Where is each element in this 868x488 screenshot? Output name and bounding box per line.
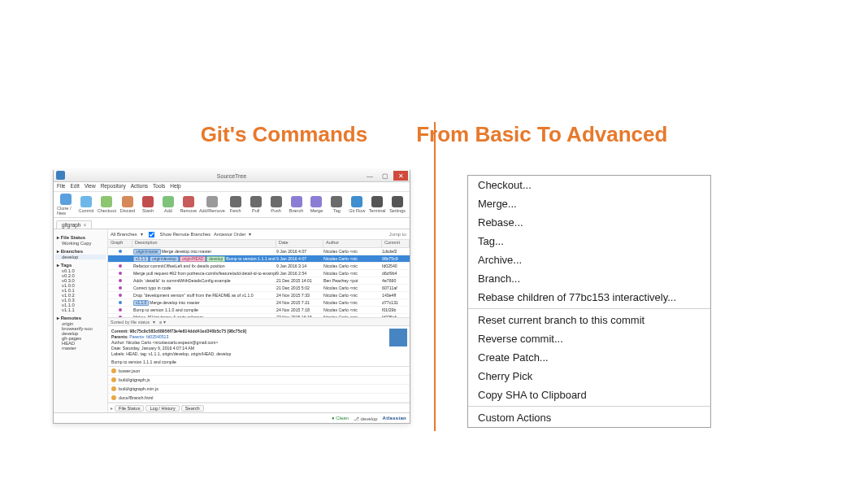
ctx-cherry-pick[interactable]: Cherry Pick bbox=[468, 367, 710, 386]
toolbar-stash[interactable]: Stash bbox=[139, 196, 157, 213]
commit-context-menu: Checkout...Merge...Rebase...Tag...Archiv… bbox=[467, 175, 711, 428]
order-dropdown[interactable]: Ancestor Order bbox=[214, 232, 245, 237]
changed-file-row[interactable]: build/gitgraph.min.js bbox=[108, 385, 410, 394]
menu-file[interactable]: File bbox=[57, 183, 65, 191]
col-description[interactable]: Description bbox=[132, 240, 276, 247]
col-date[interactable]: Date bbox=[276, 240, 323, 247]
ctx-custom-actions[interactable]: Custom Actions bbox=[468, 408, 710, 427]
toolbar-discard[interactable]: Discard bbox=[119, 196, 137, 213]
ref-tag[interactable]: origin/develop bbox=[150, 256, 179, 262]
sidebar-item-v1-1-1[interactable]: v1.1.1 bbox=[55, 307, 106, 312]
repo-tab[interactable]: gitgraph × bbox=[56, 220, 92, 229]
toolbar-push[interactable]: Push bbox=[267, 196, 285, 213]
window-close-button[interactable]: ✕ bbox=[393, 171, 408, 181]
ctx-tag[interactable]: Tag... bbox=[468, 232, 710, 251]
commit-row[interactable]: Correct typo in code21 Dec 2015 5:02Nico… bbox=[108, 285, 410, 292]
menu-actions[interactable]: Actions bbox=[131, 183, 148, 191]
ref-tag[interactable]: develop bbox=[206, 256, 225, 262]
ctx-reset-current-branch-to-this-commit[interactable]: Reset current branch to this commit bbox=[468, 311, 710, 329]
toolbar-label: Branch bbox=[289, 208, 303, 213]
commit-date: 21 Dec 2015 5:02 bbox=[276, 285, 323, 290]
graph-node bbox=[119, 279, 122, 282]
commit-description: Merge pull request #92 from pothesca-cor… bbox=[133, 271, 276, 276]
ctx-copy-sha-to-clipboard[interactable]: Copy SHA to Clipboard bbox=[468, 386, 710, 404]
commit-author: Nicolas Carlo <nic bbox=[323, 271, 382, 276]
ctx-archive[interactable]: Archive... bbox=[468, 251, 710, 269]
menu-edit[interactable]: Edit bbox=[70, 183, 79, 191]
sidebar-item-working-copy[interactable]: Working Copy bbox=[55, 241, 106, 246]
commit-row[interactable]: Merge pull request #92 from pothesca-cor… bbox=[108, 270, 410, 277]
toolbar-merge[interactable]: Merge bbox=[307, 196, 325, 213]
sidebar-group-file-status[interactable]: ▸ File Status bbox=[57, 234, 106, 240]
commit-date: 24 Nov 2015 7:18 bbox=[276, 307, 323, 312]
toolbar-branch[interactable]: Branch bbox=[288, 196, 306, 213]
sidebar-group-remotes[interactable]: ▸ Remotes bbox=[57, 315, 106, 320]
toolbar-label: Checkout bbox=[98, 208, 116, 213]
commit-row[interactable]: v1.1.0Merge develop into master24 Nov 20… bbox=[108, 299, 410, 307]
changed-file-row[interactable]: bower.json bbox=[108, 367, 410, 376]
vertical-divider bbox=[434, 122, 436, 431]
ctx-checkout[interactable]: Checkout... bbox=[468, 176, 710, 194]
toolbar-tag[interactable]: Tag bbox=[328, 196, 345, 213]
clone-new-icon bbox=[60, 194, 72, 205]
ctx-reverse-commit[interactable]: Reverse commit... bbox=[468, 329, 710, 348]
commit-author: Nicolas Carlo <nic bbox=[323, 300, 382, 305]
toolbar-checkout[interactable]: Checkout bbox=[98, 196, 116, 213]
commit-row[interactable]: Bump to version 1.1.0 and compile24 Nov … bbox=[108, 307, 410, 314]
toolbar-clone-new[interactable]: Clone / New bbox=[57, 194, 75, 216]
ref-tag[interactable]: origin/master bbox=[133, 249, 161, 255]
menu-help[interactable]: Help bbox=[170, 183, 180, 191]
ref-tag[interactable]: origin/HEAD bbox=[180, 256, 206, 262]
changed-file-row[interactable]: docs/Branch.html bbox=[108, 394, 410, 403]
toolbar-label: Fetch bbox=[230, 208, 241, 213]
window-minimize-button[interactable]: — bbox=[362, 171, 377, 181]
commit-row[interactable]: Adds `detailId` to commitWithDetailsConf… bbox=[108, 277, 410, 285]
col-commit[interactable]: Commit bbox=[382, 240, 410, 247]
toolbar-commit[interactable]: Commit bbox=[77, 196, 95, 213]
toolbar-remove[interactable]: Remove bbox=[180, 196, 197, 213]
menu-view[interactable]: View bbox=[85, 183, 96, 191]
detail-parents[interactable]: Parents: fd02540513 bbox=[129, 334, 168, 339]
commit-row[interactable]: Drop "development version" stuff from th… bbox=[108, 292, 410, 299]
toolbar-pull[interactable]: Pull bbox=[247, 196, 265, 213]
bottom-tab-search[interactable]: Search bbox=[181, 405, 204, 412]
commit-row[interactable]: Refactor commitOffsetLeft and fix detail… bbox=[108, 263, 410, 270]
fetch-icon bbox=[230, 196, 241, 207]
window-maximize-button[interactable]: ▢ bbox=[378, 171, 393, 181]
commit-author: Nicolas Carlo <nic bbox=[323, 293, 382, 298]
toolbar-git-flow[interactable]: Git Flow bbox=[348, 196, 366, 213]
toolbar-label: Merge bbox=[310, 208, 323, 213]
bottom-tab-log-history[interactable]: Log / History bbox=[145, 405, 179, 412]
tab-close-icon[interactable]: × bbox=[84, 222, 87, 228]
changed-file-row[interactable]: build/gitgraph.js bbox=[108, 376, 410, 385]
commit-row[interactable]: v1.1.1origin/developorigin/HEADdevelopBu… bbox=[108, 255, 410, 263]
toolbar-settings[interactable]: Settings bbox=[388, 196, 406, 213]
toolbar-add[interactable]: Add bbox=[159, 196, 177, 213]
sidebar-item-develop[interactable]: develop bbox=[55, 255, 106, 259]
menu-tools[interactable]: Tools bbox=[153, 183, 165, 191]
bottom-tab-file-status[interactable]: File Status bbox=[115, 405, 144, 412]
menu-repository[interactable]: Repository bbox=[101, 183, 126, 191]
ref-tag[interactable]: v1.1.0 bbox=[133, 300, 149, 306]
toolbar-label: Remove bbox=[180, 208, 197, 213]
commit-author: Nicolas Carlo <nic bbox=[323, 249, 382, 254]
ctx-rebase-children-of-bc-interactively[interactable]: Rebase children of 77bc153 interactively… bbox=[468, 288, 710, 307]
show-remote-checkbox[interactable] bbox=[148, 231, 154, 237]
col-author[interactable]: Author bbox=[323, 240, 382, 247]
toolbar-fetch[interactable]: Fetch bbox=[227, 196, 245, 213]
ctx-branch[interactable]: Branch... bbox=[468, 269, 710, 288]
ctx-create-patch[interactable]: Create Patch... bbox=[468, 348, 710, 367]
ctx-rebase[interactable]: Rebase... bbox=[468, 213, 710, 232]
ctx-merge[interactable]: Merge... bbox=[468, 194, 710, 213]
col-graph[interactable]: Graph bbox=[108, 240, 132, 247]
commit-row[interactable]: origin/masterMerge develop into master9 … bbox=[108, 248, 410, 255]
commit-author: Nicolas Carlo <nic bbox=[323, 285, 382, 290]
branch-filter-dropdown[interactable]: All Branches bbox=[111, 232, 137, 237]
status-branch: ⎇ develop bbox=[354, 416, 378, 421]
toolbar-terminal[interactable]: Terminal bbox=[368, 196, 386, 213]
sidebar-group-branches[interactable]: ▸ Branches bbox=[57, 248, 106, 254]
sidebar-group-tags[interactable]: ▸ Tags bbox=[57, 262, 106, 268]
sidebar-item-master[interactable]: master bbox=[55, 346, 106, 351]
ref-tag[interactable]: v1.1.1 bbox=[133, 256, 149, 262]
toolbar-add-remove[interactable]: Add/Remove bbox=[200, 196, 224, 213]
